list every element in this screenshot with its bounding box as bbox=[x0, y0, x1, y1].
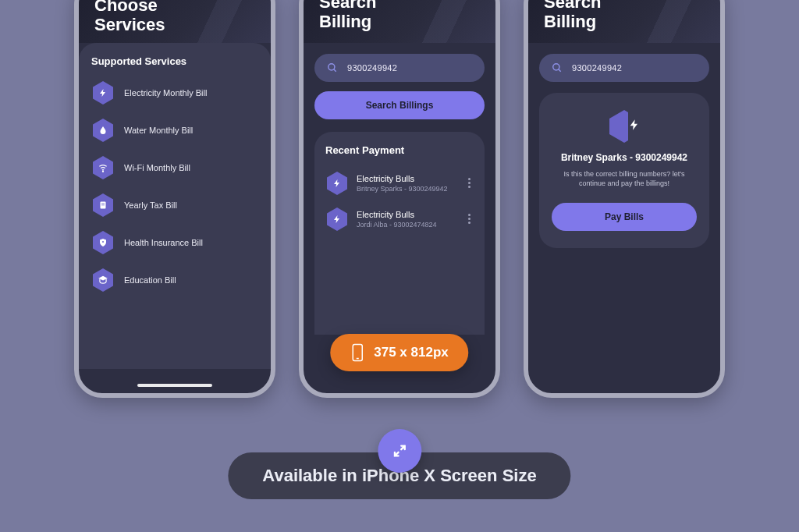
recent-payment-panel: Recent Payment Electricity BullsBritney … bbox=[314, 132, 485, 335]
bolt-icon bbox=[325, 172, 349, 195]
bolt-icon bbox=[608, 110, 641, 143]
payment-title: Electricity Bulls bbox=[357, 174, 448, 183]
svg-line-7 bbox=[334, 69, 336, 71]
page-title: SearchBilling bbox=[544, 0, 705, 32]
payment-sub: Britney Sparks - 9300249942 bbox=[357, 185, 448, 193]
doc-icon bbox=[91, 193, 115, 217]
shield-icon bbox=[91, 231, 115, 254]
confirm-text: Is this the correct billing numbers? let… bbox=[552, 169, 697, 189]
service-label: Water Monthly Bill bbox=[124, 126, 193, 135]
home-indicator[interactable] bbox=[137, 384, 212, 387]
payment-sub: Jordi Alba - 93002474824 bbox=[357, 221, 437, 229]
services-panel: Supported Services Electricity Monthly B… bbox=[79, 43, 271, 369]
bolt-icon bbox=[91, 81, 115, 105]
page-title: SearchBilling bbox=[319, 0, 480, 32]
bolt-icon bbox=[325, 207, 349, 231]
service-label: Wi-Fi Monthly Bill bbox=[124, 163, 190, 172]
search-value: 9300249942 bbox=[347, 63, 397, 73]
search-icon bbox=[552, 62, 563, 73]
wifi-icon bbox=[91, 156, 115, 179]
search-billings-button[interactable]: Search Billings bbox=[314, 91, 485, 119]
svg-point-2 bbox=[102, 171, 103, 172]
search-input[interactable]: 9300249942 bbox=[314, 54, 485, 82]
recent-payment-item[interactable]: Electricity BullsJordi Alba - 9300247482… bbox=[325, 201, 474, 237]
service-item[interactable]: Electricity Monthly Bill bbox=[91, 76, 258, 109]
phone-choose-services: ChooseServices Supported Services Electr… bbox=[74, 0, 275, 398]
svg-point-6 bbox=[328, 63, 335, 69]
service-item[interactable]: Education Bill bbox=[91, 264, 258, 296]
service-label: Electricity Monthly Bill bbox=[124, 88, 207, 98]
search-value: 9300249942 bbox=[572, 63, 622, 73]
pay-bills-button[interactable]: Pay Bills bbox=[552, 203, 697, 231]
dimensions-text: 375 x 812px bbox=[374, 345, 448, 360]
service-label: Health Insurance Bill bbox=[124, 238, 203, 247]
drop-icon bbox=[91, 119, 115, 142]
expand-icon[interactable] bbox=[378, 429, 421, 473]
service-label: Education Bill bbox=[124, 275, 176, 285]
screen-header: SearchBilling bbox=[304, 0, 495, 43]
svg-rect-4 bbox=[101, 203, 105, 204]
svg-line-9 bbox=[559, 69, 561, 71]
service-item[interactable]: Yearly Tax Bill bbox=[91, 189, 258, 222]
grad-icon bbox=[91, 268, 115, 292]
screen-header: SearchBilling bbox=[528, 0, 720, 43]
banner: Available in iPhone X Screen Size bbox=[228, 429, 570, 499]
more-icon[interactable] bbox=[465, 175, 474, 191]
screen-header: ChooseServices bbox=[79, 0, 271, 43]
service-label: Yearly Tax Bill bbox=[124, 200, 177, 210]
svg-rect-5 bbox=[101, 204, 105, 205]
phone-billing-result: SearchBilling 9300249942 Britney Sparks … bbox=[524, 0, 725, 398]
billing-name: Britney Sparks - 9300249942 bbox=[552, 152, 697, 163]
result-card: Britney Sparks - 9300249942 Is this the … bbox=[539, 93, 709, 248]
service-item[interactable]: Health Insurance Bill bbox=[91, 226, 258, 259]
service-item[interactable]: Wi-Fi Monthly Bill bbox=[91, 151, 258, 184]
phone-icon bbox=[350, 343, 364, 362]
page-title: ChooseServices bbox=[94, 0, 255, 35]
payment-title: Electricity Bulls bbox=[357, 210, 437, 219]
recent-title: Recent Payment bbox=[325, 144, 474, 156]
more-icon[interactable] bbox=[465, 211, 474, 227]
search-icon bbox=[327, 62, 338, 73]
recent-payment-item[interactable]: Electricity BullsBritney Sparks - 930024… bbox=[325, 165, 474, 201]
svg-point-8 bbox=[553, 63, 559, 69]
panel-title: Supported Services bbox=[91, 55, 258, 67]
search-input[interactable]: 9300249942 bbox=[539, 54, 709, 82]
dimensions-pill: 375 x 812px bbox=[330, 334, 468, 371]
service-item[interactable]: Water Monthly Bill bbox=[91, 114, 258, 147]
